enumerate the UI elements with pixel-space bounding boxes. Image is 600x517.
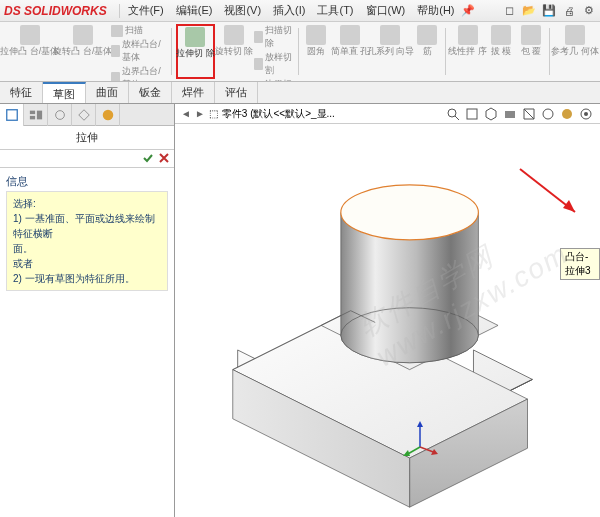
revolve-boss-button[interactable]: 旋转凸 台/基体 bbox=[57, 24, 108, 79]
pattern-button[interactable]: 简单直 孔 bbox=[332, 24, 367, 79]
settings-icon[interactable] bbox=[578, 106, 594, 122]
boundary-button[interactable]: 边界凸台/基体 bbox=[111, 65, 168, 82]
ribbon: 拉伸凸 台/基体 旋转凸 台/基体 扫描 放样凸台/基体 边界凸台/基体 拉伸切… bbox=[0, 22, 600, 82]
svg-marker-23 bbox=[403, 450, 410, 456]
logo-name: SOLIDWORKS bbox=[24, 4, 107, 18]
panel-tabs bbox=[0, 104, 174, 126]
scene-icon[interactable] bbox=[540, 106, 556, 122]
svg-point-15 bbox=[341, 185, 479, 240]
hole-wizard-button[interactable]: 孔系列 向导 bbox=[369, 24, 411, 79]
display-style-icon[interactable] bbox=[502, 106, 518, 122]
menu-file[interactable]: 文件(F) bbox=[122, 3, 170, 18]
svg-rect-1 bbox=[29, 111, 34, 115]
panel-tab-feature[interactable] bbox=[0, 104, 24, 126]
cancel-icon[interactable] bbox=[158, 152, 170, 164]
part-icon: ⬚ bbox=[209, 108, 218, 119]
panel-tab-dimexpert[interactable] bbox=[72, 104, 96, 126]
graphics-canvas[interactable]: ◄ ► ⬚ 零件3 (默认<<默认>_显... bbox=[175, 104, 600, 517]
menu-insert[interactable]: 插入(I) bbox=[267, 3, 311, 18]
panel-tab-config[interactable] bbox=[24, 104, 48, 126]
svg-point-11 bbox=[562, 109, 572, 119]
feature-panel: 拉伸 信息 选择: 1) 一基准面、平面或边线来绘制特征横断 面。 或者 2) … bbox=[0, 104, 175, 517]
menu-help[interactable]: 帮助(H) bbox=[411, 3, 460, 18]
tab-sheetmetal[interactable]: 钣金 bbox=[129, 82, 172, 103]
svg-point-6 bbox=[448, 109, 456, 117]
svg-rect-3 bbox=[36, 111, 41, 120]
appearance-icon[interactable] bbox=[559, 106, 575, 122]
save-icon[interactable]: 💾 bbox=[542, 4, 556, 18]
workspace: 拉伸 信息 选择: 1) 一基准面、平面或边线来绘制特征横断 面。 或者 2) … bbox=[0, 104, 600, 517]
logo-prefix: DS bbox=[4, 4, 21, 18]
feature-tooltip: 凸台-拉伸3 bbox=[560, 248, 600, 280]
svg-point-5 bbox=[102, 110, 113, 121]
panel-tab-display[interactable] bbox=[48, 104, 72, 126]
open-icon[interactable]: 📂 bbox=[522, 4, 536, 18]
section-view-icon[interactable] bbox=[521, 106, 537, 122]
options-icon[interactable]: ⚙ bbox=[582, 4, 596, 18]
zoom-area-icon[interactable] bbox=[464, 106, 480, 122]
revolve-cut-button[interactable]: 旋转切 除 bbox=[217, 24, 252, 79]
sweep-cut-button[interactable]: 扫描切除 bbox=[254, 24, 294, 50]
info-line1: 1) 一基准面、平面或边线来绘制特征横断 面。 bbox=[13, 211, 161, 256]
extrude-boss-button[interactable]: 拉伸凸 台/基体 bbox=[4, 24, 55, 79]
tab-sketch[interactable]: 草图 bbox=[43, 82, 86, 103]
info-box: 选择: 1) 一基准面、平面或边线来绘制特征横断 面。 或者 2) 一现有草图为… bbox=[6, 191, 168, 291]
fillet-button[interactable]: 圆角 bbox=[302, 24, 330, 79]
command-tabs: 特征 草图 曲面 钣金 焊件 评估 bbox=[0, 82, 600, 104]
origin-triad-icon bbox=[400, 417, 440, 457]
svg-rect-9 bbox=[505, 111, 515, 118]
info-select-label: 选择: bbox=[13, 196, 161, 211]
shell-button[interactable]: 包 覆 bbox=[517, 24, 545, 79]
zoom-fit-icon[interactable] bbox=[445, 106, 461, 122]
new-icon[interactable]: ◻ bbox=[502, 4, 516, 18]
quick-access: ◻ 📂 💾 🖨 ⚙ bbox=[502, 4, 596, 18]
print-icon[interactable]: 🖨 bbox=[562, 4, 576, 18]
info-header: 信息 bbox=[6, 172, 168, 191]
view-orient-icon[interactable] bbox=[483, 106, 499, 122]
loft-cut-button[interactable]: 放样切割 bbox=[254, 51, 294, 77]
menu-edit[interactable]: 编辑(E) bbox=[170, 3, 219, 18]
menu-window[interactable]: 窗口(W) bbox=[360, 3, 412, 18]
panel-tab-appearance[interactable] bbox=[96, 104, 120, 126]
svg-line-7 bbox=[455, 116, 459, 120]
tab-surfaces[interactable]: 曲面 bbox=[86, 82, 129, 103]
svg-marker-17 bbox=[563, 200, 575, 212]
history-back-icon[interactable]: ◄ bbox=[181, 108, 191, 119]
linear-pattern-button[interactable]: 线性拌 序 bbox=[450, 24, 485, 79]
svg-point-10 bbox=[543, 109, 553, 119]
svg-point-4 bbox=[55, 111, 64, 120]
app-logo: DS SOLIDWORKS bbox=[4, 4, 107, 18]
menu-tools[interactable]: 工具(T) bbox=[311, 3, 359, 18]
ok-icon[interactable] bbox=[142, 152, 154, 164]
menu-bar: DS SOLIDWORKS 文件(F) 编辑(E) 视图(V) 插入(I) 工具… bbox=[0, 0, 600, 22]
pin-icon[interactable]: 📌 bbox=[461, 4, 475, 18]
tab-evaluate[interactable]: 评估 bbox=[215, 82, 258, 103]
loft-button[interactable]: 放样凸台/基体 bbox=[111, 38, 168, 64]
info-or: 或者 bbox=[13, 256, 161, 271]
model-viewport[interactable]: 凸台-拉伸3 软件自学网 www.rjzxw.com bbox=[175, 124, 600, 517]
menu-view[interactable]: 视图(V) bbox=[218, 3, 267, 18]
annotation-arrow bbox=[515, 164, 595, 224]
sweep-button[interactable]: 扫描 bbox=[111, 24, 168, 37]
svg-marker-19 bbox=[417, 421, 423, 427]
extrude-cut-button[interactable]: 拉伸切 除 bbox=[176, 24, 215, 79]
tab-features[interactable]: 特征 bbox=[0, 82, 43, 103]
svg-rect-8 bbox=[467, 109, 477, 119]
view-toolbar bbox=[443, 104, 596, 124]
draft-button[interactable]: 拔 模 bbox=[487, 24, 515, 79]
svg-rect-0 bbox=[6, 110, 17, 121]
ref-geom-button[interactable]: 参考几 何体 bbox=[554, 24, 596, 79]
document-name[interactable]: 零件3 (默认<<默认>_显... bbox=[222, 107, 335, 121]
svg-rect-2 bbox=[29, 116, 34, 120]
panel-title: 拉伸 bbox=[0, 126, 174, 150]
panel-action-icons bbox=[0, 150, 174, 168]
history-fwd-icon[interactable]: ► bbox=[195, 108, 205, 119]
info-section: 信息 选择: 1) 一基准面、平面或边线来绘制特征横断 面。 或者 2) 一现有… bbox=[0, 168, 174, 295]
svg-point-12 bbox=[584, 112, 588, 116]
rib-button[interactable]: 筋 bbox=[413, 24, 441, 79]
info-line2: 2) 一现有草图为特征所用。 bbox=[13, 271, 161, 286]
tab-weldments[interactable]: 焊件 bbox=[172, 82, 215, 103]
